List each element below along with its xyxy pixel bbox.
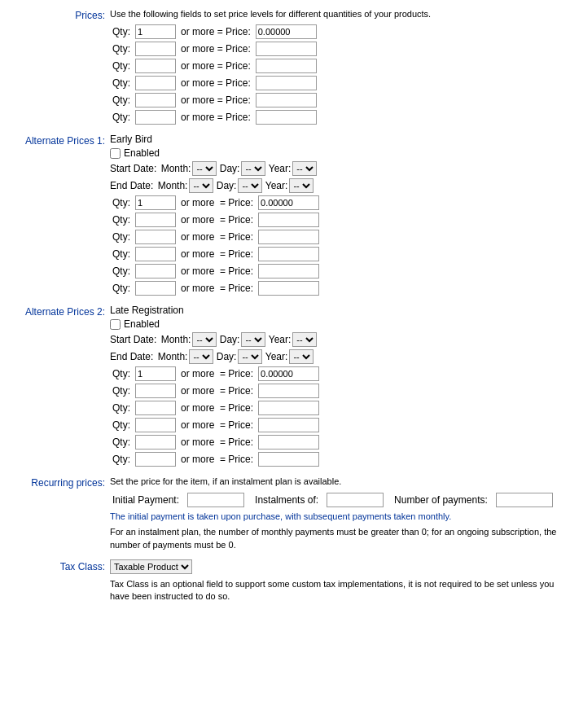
num-payments-input[interactable]	[496, 493, 553, 507]
alt1-qty-input-3[interactable]	[135, 230, 176, 244]
alt-prices-1-label-text: Alternate Prices 1:	[25, 135, 105, 147]
alt1-qty-input-4[interactable]	[135, 247, 176, 261]
start-day-select-2[interactable]: --	[241, 332, 265, 347]
alt2-price-input-4[interactable]	[258, 418, 319, 432]
alt1-qty-label-6: Qty:	[112, 283, 130, 294]
end-year-select-2[interactable]: --	[289, 349, 314, 364]
alt2-price-input-5[interactable]	[258, 435, 319, 450]
alt-prices-2-enabled-row: Enabled	[110, 318, 558, 330]
alt-prices-1-enabled-checkbox[interactable]	[110, 148, 121, 159]
price-row-3: Qty: or more = Price:	[110, 59, 558, 73]
alt2-qty-input-3[interactable]	[135, 401, 176, 415]
start-day-select-1[interactable]: --	[241, 161, 265, 176]
alt1-or-more-3: or more = Price:	[181, 231, 253, 243]
instalments-input[interactable]	[327, 493, 384, 507]
price-input-1[interactable]	[256, 24, 317, 39]
alt1-qty-input-5[interactable]	[135, 264, 176, 278]
alt1-price-row-1: Qty: or more = Price:	[110, 195, 558, 210]
alt2-price-input-2[interactable]	[258, 384, 319, 398]
price-input-4[interactable]	[256, 76, 317, 90]
price-row-5: Qty: or more = Price:	[110, 93, 558, 107]
qty-input-6[interactable]	[135, 110, 176, 125]
year-label-1: Year:	[269, 163, 292, 174]
alt1-price-input-3[interactable]	[258, 230, 319, 244]
alt-prices-2-enabled-label: Enabled	[124, 318, 160, 330]
alt-prices-2-enabled-checkbox[interactable]	[110, 319, 121, 330]
alt2-qty-input-2[interactable]	[135, 384, 176, 398]
qty-input-1[interactable]	[135, 24, 176, 39]
or-more-5: or more = Price:	[181, 94, 251, 106]
alt1-price-input-1[interactable]	[258, 195, 319, 210]
alt-prices-2-title: Late Registration	[110, 305, 558, 316]
or-more-3: or more = Price:	[181, 60, 251, 72]
recurring-prices-label-text: Recurring prices:	[31, 477, 105, 489]
year-label-2: Year:	[269, 334, 292, 345]
end-day-label-1: Day:	[217, 180, 237, 191]
alt2-qty-input-6[interactable]	[135, 452, 176, 467]
alt1-qty-input-2[interactable]	[135, 213, 176, 227]
alt2-price-input-3[interactable]	[258, 401, 319, 415]
alt2-qty-label-6: Qty:	[112, 454, 130, 465]
alt1-price-row-6: Qty: or more = Price:	[110, 281, 558, 296]
qty-label-2: Qty:	[112, 43, 130, 55]
end-day-select-2[interactable]: --	[238, 349, 262, 364]
alt1-price-row-4: Qty: or more = Price:	[110, 247, 558, 261]
tax-class-note: Tax Class is an optional field to suppor…	[110, 578, 558, 603]
end-day-label-2: Day:	[217, 351, 237, 362]
alt-prices-1-label: Alternate Prices 1:	[12, 134, 110, 147]
tax-class-label-text: Tax Class:	[60, 561, 105, 572]
end-year-select-1[interactable]: --	[289, 178, 314, 193]
qty-input-2[interactable]	[135, 42, 176, 56]
qty-input-5[interactable]	[135, 93, 176, 107]
alt2-or-more-1: or more = Price:	[181, 368, 253, 379]
price-input-3[interactable]	[256, 59, 317, 73]
alt1-price-input-2[interactable]	[258, 213, 319, 227]
end-month-select-2[interactable]: --	[189, 349, 213, 364]
alt1-price-input-5[interactable]	[258, 264, 319, 278]
start-date-label-2: Start Date:	[110, 334, 156, 345]
price-input-2[interactable]	[256, 42, 317, 56]
qty-input-3[interactable]	[135, 59, 176, 73]
alt2-price-row-2: Qty: or more = Price:	[110, 384, 558, 398]
or-more-2: or more = Price:	[181, 43, 251, 55]
alt2-qty-label-4: Qty:	[112, 419, 130, 431]
alt2-or-more-2: or more = Price:	[181, 385, 253, 397]
end-month-select-1[interactable]: --	[189, 178, 213, 193]
start-year-select-1[interactable]: --	[292, 161, 317, 176]
alt2-qty-input-4[interactable]	[135, 418, 176, 432]
alt1-qty-input-1[interactable]	[135, 195, 176, 210]
start-month-select-1[interactable]: --	[192, 161, 217, 176]
alt1-qty-label-1: Qty:	[112, 197, 130, 208]
alt2-or-more-4: or more = Price:	[181, 419, 253, 431]
alt2-qty-input-5[interactable]	[135, 435, 176, 450]
price-row-4: Qty: or more = Price:	[110, 76, 558, 90]
alt1-price-input-4[interactable]	[258, 247, 319, 261]
alt1-price-input-6[interactable]	[258, 281, 319, 296]
qty-label-5: Qty:	[112, 94, 130, 106]
alt1-qty-input-6[interactable]	[135, 281, 176, 296]
or-more-4: or more = Price:	[181, 77, 251, 89]
start-month-select-2[interactable]: --	[192, 332, 217, 347]
alt2-price-input-1[interactable]	[258, 366, 319, 381]
day-label-2: Day:	[220, 334, 240, 345]
alt-prices-2-label-text: Alternate Prices 2:	[25, 306, 105, 318]
qty-input-4[interactable]	[135, 76, 176, 90]
alt2-qty-label-1: Qty:	[112, 368, 130, 379]
alt2-qty-input-1[interactable]	[135, 366, 176, 381]
price-input-5[interactable]	[256, 93, 317, 107]
initial-payment-input[interactable]	[187, 493, 244, 507]
alt1-qty-label-5: Qty:	[112, 265, 130, 277]
alt2-price-row-6: Qty: or more = Price:	[110, 452, 558, 467]
day-label-1: Day:	[220, 163, 240, 174]
alt1-qty-label-2: Qty:	[112, 214, 130, 226]
qty-label-4: Qty:	[112, 77, 130, 89]
tax-class-select[interactable]: Taxable Product Non-Taxable Shipping	[110, 559, 192, 574]
instalments-label: Instalments of:	[255, 494, 318, 506]
alt-prices-1-title: Early Bird	[110, 134, 558, 145]
prices-content: Use the following fields to set price le…	[110, 8, 558, 127]
end-day-select-1[interactable]: --	[238, 178, 262, 193]
start-year-select-2[interactable]: --	[292, 332, 317, 347]
alt2-price-input-6[interactable]	[258, 452, 319, 467]
alt2-or-more-6: or more = Price:	[181, 454, 253, 465]
price-input-6[interactable]	[256, 110, 317, 125]
